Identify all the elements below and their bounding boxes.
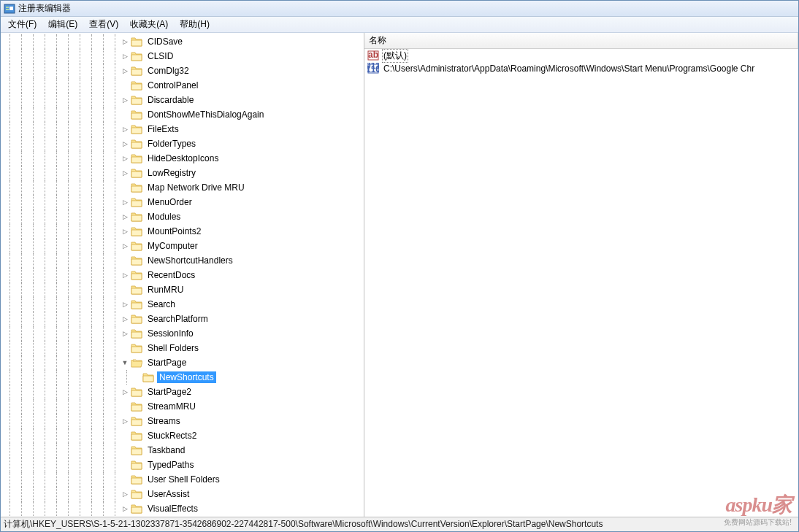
- expand-icon[interactable]: ▷: [121, 125, 129, 134]
- tree-item-sessioninfo[interactable]: ▷SessionInfo: [1, 326, 364, 341]
- expand-icon[interactable]: ▷: [121, 52, 129, 61]
- tree-item-menuorder[interactable]: ▷MenuOrder: [1, 195, 364, 209]
- tree-label[interactable]: ComDlg32: [145, 65, 191, 77]
- collapse-icon[interactable]: ▼: [121, 358, 129, 367]
- tree-item-visualeffects[interactable]: ▷VisualEffects: [1, 501, 364, 516]
- values-list[interactable]: (默认)C:\Users\Administrator\AppData\Roami…: [364, 49, 798, 517]
- tree-item-mountpoints2[interactable]: ▷MountPoints2: [1, 224, 364, 239]
- tree-item-userassist[interactable]: ▷UserAssist: [1, 487, 364, 501]
- tree-item-typedpaths[interactable]: ▷TypedPaths: [1, 458, 364, 472]
- menu-view[interactable]: 查看(V): [83, 17, 124, 32]
- tree-label[interactable]: StuckRects2: [145, 430, 199, 442]
- value-name[interactable]: C:\Users\Administrator\AppData\Roaming\M…: [382, 63, 756, 74]
- tree-label[interactable]: ControlPanel: [145, 80, 200, 91]
- titlebar[interactable]: 注册表编辑器: [1, 1, 798, 17]
- tree-label[interactable]: DontShowMeThisDialogAgain: [145, 109, 266, 120]
- expand-icon[interactable]: ▷: [121, 388, 129, 396]
- menu-edit[interactable]: 编辑(E): [42, 17, 83, 32]
- tree-item-startpage[interactable]: ▼StartPage: [1, 355, 364, 370]
- tree-item-mycomputer[interactable]: ▷MyComputer: [1, 239, 364, 253]
- tree-label[interactable]: CIDSave: [145, 36, 185, 47]
- tree-label[interactable]: Taskband: [145, 444, 187, 456]
- expand-icon[interactable]: ▷: [121, 212, 129, 221]
- tree-label[interactable]: NewShortcutHandlers: [145, 255, 235, 266]
- expand-icon[interactable]: ▷: [121, 504, 129, 513]
- expand-icon[interactable]: ▷: [121, 315, 129, 323]
- expand-icon[interactable]: ▷: [121, 139, 129, 148]
- expand-icon[interactable]: ▷: [121, 198, 129, 207]
- tree-item-newshortcuthandlers[interactable]: ▷NewShortcutHandlers: [1, 253, 364, 268]
- tree-label[interactable]: UserAssist: [145, 488, 191, 500]
- tree-label[interactable]: SearchPlatform: [145, 313, 210, 325]
- registry-tree[interactable]: ▷CIDSave▷CLSID▷ComDlg32▷ControlPanel▷Dis…: [1, 33, 364, 516]
- tree-item-clsid[interactable]: ▷CLSID: [1, 49, 364, 63]
- expand-icon[interactable]: ▷: [121, 271, 129, 280]
- tree-label[interactable]: HideDesktopIcons: [145, 153, 221, 164]
- menu-favorites[interactable]: 收藏夹(A): [124, 17, 174, 32]
- tree-item-shell-folders[interactable]: ▷Shell Folders: [1, 341, 364, 355]
- tree-item-streammru[interactable]: ▷StreamMRU: [1, 399, 364, 414]
- tree-label[interactable]: StartPage2: [145, 386, 194, 398]
- tree-label[interactable]: MountPoints2: [145, 225, 203, 237]
- tree-item-search[interactable]: ▷Search: [1, 297, 364, 312]
- menu-file[interactable]: 文件(F): [2, 17, 42, 32]
- value-row[interactable]: (默认): [364, 49, 798, 62]
- tree-item-startpage2[interactable]: ▷StartPage2: [1, 385, 364, 399]
- tree-label[interactable]: CLSID: [145, 50, 175, 62]
- expand-icon[interactable]: ▷: [121, 300, 129, 309]
- expand-icon[interactable]: ▷: [121, 490, 129, 498]
- menu-help[interactable]: 帮助(H): [174, 17, 215, 32]
- expand-icon[interactable]: ▷: [121, 169, 129, 177]
- tree-label[interactable]: FileExts: [145, 123, 181, 135]
- tree-item-lowregistry[interactable]: ▷LowRegistry: [1, 166, 364, 180]
- tree-item-user-shell-folders[interactable]: ▷User Shell Folders: [1, 472, 364, 487]
- tree-item-streams[interactable]: ▷Streams: [1, 414, 364, 428]
- tree-item-fileexts[interactable]: ▷FileExts: [1, 122, 364, 136]
- tree-label[interactable]: LowRegistry: [145, 167, 198, 179]
- tree-label[interactable]: Discardable: [145, 94, 196, 106]
- expand-icon[interactable]: ▷: [121, 242, 129, 250]
- tree-label[interactable]: Map Network Drive MRU: [145, 182, 247, 193]
- expand-icon[interactable]: ▷: [121, 154, 129, 163]
- tree-label[interactable]: MenuOrder: [145, 196, 194, 208]
- tree-item-map-network-drive-mru[interactable]: ▷Map Network Drive MRU: [1, 180, 364, 195]
- tree-label[interactable]: Modules: [145, 211, 183, 223]
- tree-item-cidsave[interactable]: ▷CIDSave: [1, 34, 364, 49]
- expand-icon[interactable]: ▷: [121, 417, 129, 425]
- value-name[interactable]: (默认): [382, 49, 408, 63]
- tree-label[interactable]: MyComputer: [145, 240, 200, 252]
- tree-label[interactable]: RunMRU: [145, 284, 186, 296]
- tree-label[interactable]: NewShortcuts: [157, 371, 216, 383]
- tree-label[interactable]: Search: [145, 298, 177, 310]
- tree-item-searchplatform[interactable]: ▷SearchPlatform: [1, 312, 364, 326]
- tree-label[interactable]: Shell Folders: [145, 342, 201, 354]
- tree-item-discardable[interactable]: ▷Discardable: [1, 93, 364, 107]
- expand-icon[interactable]: ▷: [121, 37, 129, 46]
- tree-item-foldertypes[interactable]: ▷FolderTypes: [1, 136, 364, 151]
- tree-label[interactable]: TypedPaths: [145, 459, 196, 471]
- expand-icon[interactable]: ▷: [121, 96, 129, 104]
- list-header[interactable]: 名称: [364, 33, 798, 49]
- tree-label[interactable]: StartPage: [145, 357, 188, 369]
- tree-label[interactable]: FolderTypes: [145, 138, 198, 150]
- tree-panel[interactable]: ▷CIDSave▷CLSID▷ComDlg32▷ControlPanel▷Dis…: [1, 33, 364, 517]
- tree-item-taskband[interactable]: ▷Taskband: [1, 443, 364, 458]
- values-panel[interactable]: 名称 (默认)C:\Users\Administrator\AppData\Ro…: [364, 33, 798, 517]
- tree-item-modules[interactable]: ▷Modules: [1, 209, 364, 224]
- tree-item-stuckrects2[interactable]: ▷StuckRects2: [1, 428, 364, 443]
- tree-label[interactable]: StreamMRU: [145, 401, 198, 412]
- tree-label[interactable]: VisualEffects: [145, 503, 200, 514]
- tree-label[interactable]: Streams: [145, 415, 183, 427]
- tree-item-recentdocs[interactable]: ▷RecentDocs: [1, 268, 364, 282]
- column-name[interactable]: 名称: [364, 33, 798, 48]
- tree-label[interactable]: RecentDocs: [145, 269, 197, 281]
- tree-item-dontshowmethisdialogagain[interactable]: ▷DontShowMeThisDialogAgain: [1, 107, 364, 122]
- expand-icon[interactable]: ▷: [121, 329, 129, 338]
- tree-item-hidedesktopicons[interactable]: ▷HideDesktopIcons: [1, 151, 364, 166]
- expand-icon[interactable]: ▷: [121, 227, 129, 236]
- tree-item-newshortcuts[interactable]: ▷NewShortcuts: [1, 370, 364, 385]
- value-row[interactable]: C:\Users\Administrator\AppData\Roaming\M…: [364, 62, 798, 75]
- tree-label[interactable]: SessionInfo: [145, 328, 196, 339]
- tree-label[interactable]: User Shell Folders: [145, 474, 222, 485]
- tree-item-controlpanel[interactable]: ▷ControlPanel: [1, 78, 364, 93]
